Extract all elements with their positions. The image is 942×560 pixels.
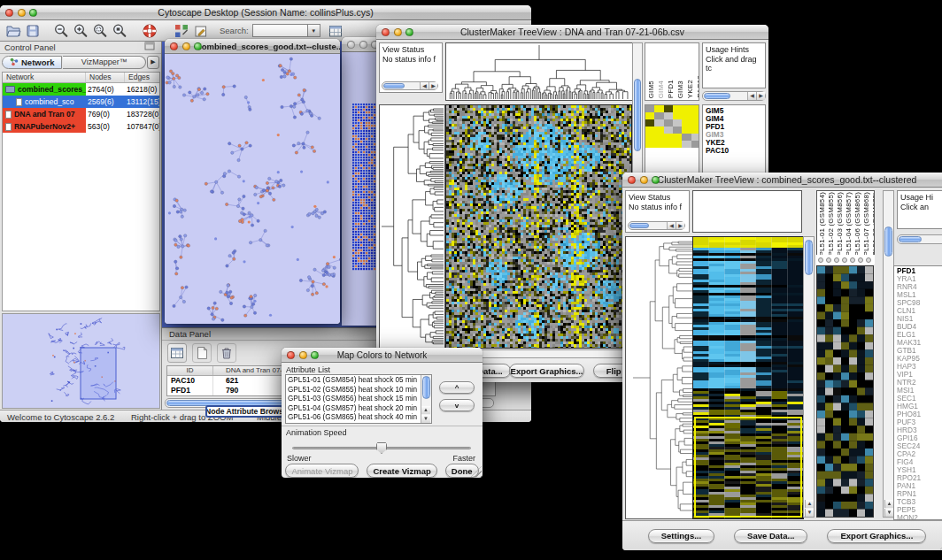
column-label[interactable]: GPL51-07 (GSM868) (862, 192, 870, 262)
matrix-cell[interactable] (691, 127, 699, 134)
matrix-cell[interactable] (645, 134, 654, 141)
export-graphics-button[interactable]: Export Graphics... (827, 529, 926, 543)
animate-vizmapbutton[interactable]: Animate Vizmap (285, 464, 359, 478)
matrix-cell[interactable] (691, 134, 699, 141)
matrix-cell[interactable] (682, 112, 691, 119)
matrix-cell[interactable] (673, 141, 682, 148)
matrix-cell[interactable] (654, 141, 663, 148)
help-lifebuoy-icon[interactable] (140, 21, 159, 41)
matrix-cell[interactable] (654, 105, 663, 112)
zoom-window-icon[interactable] (194, 42, 202, 50)
global-heatmap[interactable] (445, 104, 632, 349)
back-network-titlebar[interactable] (342, 37, 381, 52)
move-down-button[interactable]: v (439, 399, 475, 411)
export-graphics-button[interactable]: Export Graphics... (509, 364, 584, 378)
matrix-cell[interactable] (673, 127, 682, 134)
matrix-cell[interactable] (682, 119, 691, 127)
minimize-icon[interactable] (359, 41, 367, 49)
move-up-button[interactable]: ^ (439, 381, 475, 394)
column-label[interactable]: PFD1 (667, 80, 675, 98)
save-data-button[interactable]: Save Data... (734, 529, 807, 543)
grid-layout-network[interactable] (352, 104, 377, 272)
attribute-list-item[interactable]: GPL51-03 (GSM856) heat shock 15 min (288, 395, 429, 404)
row-dendrogram[interactable] (379, 104, 445, 349)
network-titlebar[interactable]: combined_scores_good.txt--cluste... (165, 39, 340, 54)
attribute-list-scrollbar[interactable]: ▲▼ (421, 375, 431, 423)
row-dendrogram[interactable] (625, 236, 694, 519)
usage-hints-scrollbar[interactable] (897, 234, 942, 244)
heatmap-vscrollbar[interactable]: ▲▼ (803, 236, 815, 518)
matrix-cell[interactable] (673, 134, 682, 141)
matrix-cell[interactable] (682, 134, 691, 141)
zoom-heatmap[interactable] (816, 265, 874, 518)
animation-speed-slider[interactable] (292, 442, 471, 455)
matrix-cell[interactable] (691, 119, 699, 127)
minimize-icon[interactable] (640, 176, 648, 184)
column-dendrogram-empty[interactable] (692, 190, 802, 233)
zoom-fit-icon[interactable] (110, 21, 129, 41)
float-panel-icon[interactable] (143, 39, 157, 57)
matrix-cell[interactable] (664, 134, 673, 141)
global-heatmap[interactable] (692, 236, 804, 519)
matrix-cell[interactable] (691, 112, 699, 119)
open-folder-icon[interactable] (4, 21, 23, 41)
zoom-window-icon[interactable] (311, 351, 319, 359)
matrix-cell[interactable] (654, 119, 663, 127)
matrix-cell[interactable] (673, 112, 682, 119)
treeview1-titlebar[interactable]: ClusterMaker TreeView : DNA and Tran 07-… (376, 25, 768, 40)
attribute-list-item[interactable]: GPL51-04 (GSM857) heat shock 20 min (288, 404, 429, 414)
column-dendrogram[interactable] (445, 42, 633, 101)
main-titlebar[interactable]: Cytoscape Desktop (Session Name: collins… (0, 5, 531, 20)
close-icon[interactable] (5, 9, 13, 17)
create-vizmapbutton[interactable]: Create Vizmap (367, 464, 436, 478)
network-list-item[interactable]: combined_scores_2764(0)16218(0) (3, 83, 159, 96)
search-input[interactable] (252, 24, 307, 37)
matrix-cell[interactable] (664, 105, 673, 112)
network-list-item[interactable]: DNA and Tran 07769(0)183728(0) (3, 108, 159, 120)
matrix-cell[interactable] (654, 127, 663, 134)
vizmapper-shapes-icon[interactable] (172, 21, 191, 41)
column-label[interactable]: GIM3 (676, 81, 684, 98)
data-col-id[interactable]: ID (167, 366, 213, 375)
column-label[interactable]: YKE2 (686, 80, 694, 98)
network-col-edges[interactable]: Edges (125, 73, 160, 82)
close-icon[interactable] (628, 176, 636, 184)
matrix-cell[interactable] (664, 119, 673, 127)
network-col-nodes[interactable]: Nodes (86, 73, 125, 82)
column-label[interactable]: GIM4 (657, 81, 665, 98)
close-icon[interactable] (170, 42, 178, 50)
matrix-cell[interactable] (645, 112, 654, 119)
network-list-item[interactable]: RNAPuberNov2+563(0)107847(0) (3, 120, 159, 133)
matrix-cell[interactable] (664, 141, 673, 148)
matrix-cell[interactable] (645, 105, 654, 112)
zoom-window-icon[interactable] (405, 28, 413, 36)
search-dropdown-button[interactable]: ▼ (307, 24, 320, 37)
matrix-cell[interactable] (673, 119, 682, 127)
close-icon[interactable] (287, 351, 295, 359)
attribute-list-item[interactable]: GPL51-02 (GSM855) heat shock 10 min (288, 386, 429, 395)
delete-attribute-trash-icon[interactable] (217, 343, 236, 363)
column-label[interactable]: GPL51-01 (GSM854) (818, 192, 826, 262)
node-attribute-browser-tab[interactable]: Node Attribute Brows (205, 405, 283, 418)
network-canvas[interactable] (165, 54, 340, 324)
column-label[interactable]: GPL51-04 (GSM857) (845, 192, 853, 262)
network-col-network[interactable]: Network (3, 73, 86, 82)
zoom-out-icon[interactable] (51, 21, 71, 41)
matrix-cell[interactable] (682, 141, 691, 148)
attribute-list-item[interactable]: GPL51-06 (GSM865) heat shock 40 min (288, 413, 429, 423)
close-icon[interactable] (382, 28, 390, 36)
column-label[interactable]: GIM5 (647, 81, 655, 98)
column-label[interactable]: GPL51-08 (GSM872) (871, 192, 875, 262)
matrix-cell[interactable] (645, 119, 654, 127)
attribute-list-item[interactable]: GPL51-07 (GSM868) heat shock 60 min (288, 423, 429, 425)
view-status-scrollbar[interactable]: ◀▶ (628, 221, 685, 230)
matrix-cell[interactable] (682, 127, 691, 134)
matrix-cell[interactable] (673, 105, 682, 112)
treeview2-titlebar[interactable]: ClusterMaker TreeView : combined_scores_… (622, 173, 942, 188)
slider-thumb[interactable] (376, 442, 387, 454)
tab-network[interactable]: Network (2, 56, 62, 69)
matrix-cell[interactable] (654, 134, 663, 141)
zoom-window-icon[interactable] (29, 9, 37, 17)
matrix-cell[interactable] (664, 127, 673, 134)
network-list-item[interactable]: combined_sco2569(6)13112(15) (3, 96, 159, 108)
